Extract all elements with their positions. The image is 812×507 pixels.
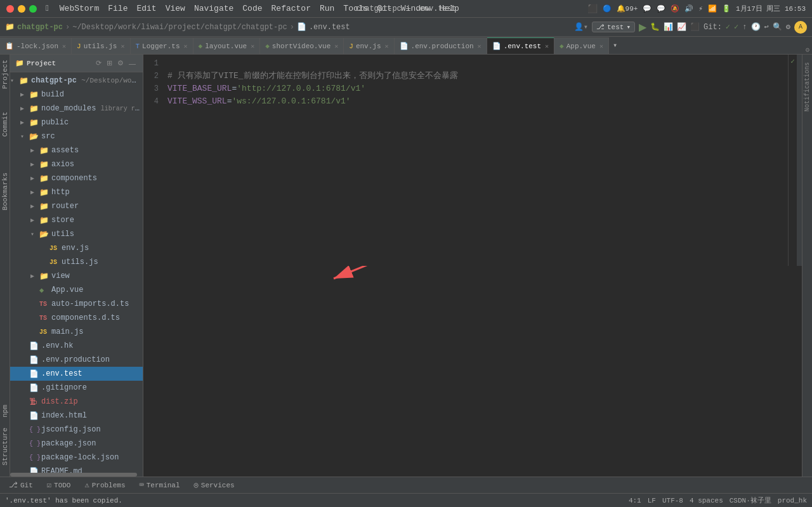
scrollbar-thumb[interactable]: [10, 473, 137, 477]
refactor-menu[interactable]: Refactor: [272, 4, 311, 13]
bottom-tab-git[interactable]: ⎇ Git: [3, 478, 39, 493]
editor-settings-icon[interactable]: ⚙: [805, 46, 809, 54]
bottom-tab-services[interactable]: ◎ Services: [188, 478, 241, 493]
prod-label[interactable]: prod_hk: [778, 497, 807, 504]
tree-item-components-d[interactable]: ▶ TS components.d.ts: [10, 311, 143, 325]
maximize-button[interactable]: [29, 5, 37, 13]
tab-shortvideo-vue[interactable]: ◆ shortVideo.vue ✕: [260, 37, 344, 54]
tree-item-env-js[interactable]: ▶ JS env.js: [10, 241, 143, 255]
undo-btn[interactable]: ↩: [764, 22, 769, 32]
tab-env-test[interactable]: 📄 .env.test ✕: [487, 37, 554, 54]
tree-item-router[interactable]: ▶ 📁 router: [10, 199, 143, 213]
tab-close-icon[interactable]: ✕: [334, 43, 338, 50]
tab-layout-vue[interactable]: ◆ layout.vue ✕: [193, 37, 261, 54]
tree-item-index-html[interactable]: ▶ 📄 index.html: [10, 409, 143, 423]
tree-item-jsconfig[interactable]: ▶ { } jsconfig.json: [10, 423, 143, 437]
apple-menu[interactable]: : [46, 4, 51, 13]
encoding[interactable]: UTF-8: [662, 497, 683, 504]
tree-item-env-production[interactable]: ▶ 📄 .env.production: [10, 353, 143, 367]
tree-item-axios[interactable]: ▶ 📁 axios: [10, 157, 143, 171]
project-name[interactable]: chatgpt-pc: [17, 23, 63, 32]
debug-btn[interactable]: 🐛: [650, 22, 660, 32]
avatar[interactable]: A: [794, 21, 807, 34]
tab-env-js[interactable]: J env.js ✕: [344, 37, 394, 54]
side-tab-structure[interactable]: Structure: [0, 423, 10, 470]
tab-close-icon[interactable]: ✕: [62, 43, 66, 50]
tree-item-build[interactable]: ▶ 📁 build: [10, 88, 143, 102]
view-menu[interactable]: View: [166, 4, 185, 13]
settings-btn[interactable]: ⚙: [786, 22, 790, 32]
tree-item-src[interactable]: ▾ 📂 src: [10, 129, 143, 143]
tree-root[interactable]: ▾ 📁 chatgpt-pc ~/Desktop/work/liwai/proj…: [10, 74, 143, 88]
side-tab-npm[interactable]: npm: [0, 400, 10, 423]
bottom-tab-problems[interactable]: ⚠ Problems: [78, 478, 131, 493]
tree-item-http[interactable]: ▶ 📁 http: [10, 185, 143, 199]
tab-close-icon[interactable]: ✕: [545, 43, 549, 50]
git-check2[interactable]: ✓: [734, 22, 738, 32]
line-ending[interactable]: LF: [648, 497, 656, 504]
tree-item-env-hk[interactable]: ▶ 📄 .env.hk: [10, 339, 143, 353]
tree-item-utils[interactable]: ▾ 📂 utils: [10, 227, 143, 241]
code-editor[interactable]: # 只有添加了VITE_前缀的才能在控制台打印出来，否则为了信息安全不会暴露 V…: [162, 55, 788, 266]
panel-sync-btn[interactable]: ⟳: [94, 58, 103, 68]
tree-item-view[interactable]: ▶ 📁 view: [10, 269, 143, 283]
tab-lock-json[interactable]: 📋 -lock.json ✕: [0, 37, 72, 54]
tab-utils-js[interactable]: J utils.js ✕: [72, 37, 130, 54]
tab-close-icon[interactable]: ✕: [385, 43, 389, 50]
minimize-button[interactable]: [18, 5, 25, 13]
webstorm-menu[interactable]: WebStorm: [60, 4, 99, 13]
tree-item-env-test[interactable]: ▶ 📄 .env.test: [10, 367, 143, 381]
tree-item-assets[interactable]: ▶ 📁 assets: [10, 143, 143, 157]
tree-item-main-js[interactable]: ▶ JS main.js: [10, 325, 143, 339]
tree-item-readme[interactable]: ▶ 📄 README.md: [10, 464, 143, 473]
side-tab-commit[interactable]: Commit: [0, 107, 10, 142]
panel-minimize-btn[interactable]: —: [127, 58, 138, 68]
search-btn[interactable]: 🔍: [773, 22, 782, 32]
tab-close-icon[interactable]: ✕: [599, 43, 603, 50]
git-check1[interactable]: ✓: [726, 22, 730, 32]
source-label[interactable]: CSDN·袜子里: [730, 496, 771, 505]
tab-close-icon[interactable]: ✕: [251, 43, 254, 50]
code-menu[interactable]: Code: [242, 4, 262, 13]
tree-item-package-json[interactable]: ▶ { } package.json: [10, 437, 143, 451]
git-push[interactable]: ↑: [742, 23, 747, 32]
tree-item-store[interactable]: ▶ 📁 store: [10, 213, 143, 227]
edit-menu[interactable]: Edit: [136, 4, 156, 13]
tab-app-vue[interactable]: ◆ App.vue ✕: [554, 37, 609, 54]
panel-layout-btn[interactable]: ⊞: [105, 58, 114, 68]
tree-item-gitignore[interactable]: ▶ 📄 .gitignore: [10, 381, 143, 395]
tree-item-utils-js[interactable]: ▶ JS utils.js: [10, 255, 143, 269]
tree-item-node-modules[interactable]: ▶ 📁 node_modules library root: [10, 102, 143, 115]
tree-item-dist-zip[interactable]: ▶ 🗜 dist.zip: [10, 395, 143, 409]
profile-btn[interactable]: 📈: [677, 22, 686, 32]
vertical-scrollbar[interactable]: [797, 55, 802, 266]
tree-item-public[interactable]: ▶ 📁 public: [10, 115, 143, 129]
run-menu[interactable]: Run: [320, 4, 334, 13]
tree-item-auto-imports[interactable]: ▶ TS auto-imports.d.ts: [10, 297, 143, 311]
side-tab-project[interactable]: Project: [0, 55, 10, 94]
tabs-overflow-btn[interactable]: ▾: [609, 41, 621, 50]
stop-btn[interactable]: ⬛: [690, 22, 700, 32]
panel-settings-btn[interactable]: ⚙: [115, 58, 126, 68]
tree-item-package-lock-json[interactable]: ▶ { } package-lock.json: [10, 451, 143, 464]
side-tab-bookmarks[interactable]: Bookmarks: [0, 168, 10, 215]
tab-env-production[interactable]: 📄 .env.production ✕: [395, 37, 487, 54]
coverage-btn[interactable]: 📊: [664, 22, 673, 32]
bottom-tab-todo[interactable]: ☑ TODO: [41, 478, 77, 493]
git-branch-selector[interactable]: ⎇ test ▾: [592, 22, 635, 32]
run-button[interactable]: ▶: [639, 21, 646, 33]
indent[interactable]: 4 spaces: [690, 497, 723, 504]
side-tab-notifications[interactable]: Notifications: [802, 57, 812, 117]
file-scrollbar[interactable]: [10, 473, 143, 477]
tab-close-icon[interactable]: ✕: [121, 43, 124, 50]
history-btn[interactable]: 🕐: [751, 22, 761, 32]
tree-item-app-vue[interactable]: ▶ ◆ App.vue: [10, 283, 143, 297]
navigate-menu[interactable]: Navigate: [194, 4, 233, 13]
tab-close-icon[interactable]: ✕: [184, 43, 188, 50]
user-icon[interactable]: 👤▾: [574, 22, 588, 32]
file-menu[interactable]: File: [108, 4, 128, 13]
tab-logger-ts[interactable]: T Logger.ts ✕: [131, 37, 193, 54]
tab-close-icon[interactable]: ✕: [478, 43, 481, 50]
close-button[interactable]: [6, 5, 14, 13]
tree-item-components[interactable]: ▶ 📁 components: [10, 171, 143, 185]
